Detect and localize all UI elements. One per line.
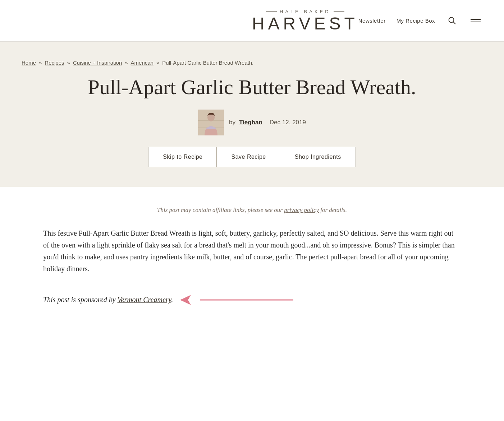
sponsored-suffix: .	[171, 296, 173, 304]
site-logo[interactable]: HALF-BAKED HARVEST	[252, 9, 358, 32]
svg-line-1	[453, 22, 455, 24]
affiliate-notice: This post may contain affiliate links, p…	[43, 207, 461, 214]
avatar-svg	[198, 110, 224, 135]
menu-line-2	[471, 22, 481, 22]
svg-marker-7	[180, 295, 191, 305]
skip-to-recipe-button[interactable]: Skip to Recipe	[148, 147, 217, 167]
logo-line-left	[266, 11, 277, 12]
arrow-decoration	[180, 293, 461, 307]
sponsored-prefix: This post is sponsored by	[43, 296, 116, 304]
logo-top-text: HALF-BAKED	[266, 9, 344, 14]
search-button[interactable]	[446, 14, 458, 27]
newsletter-link[interactable]: Newsletter	[358, 18, 386, 24]
menu-button[interactable]	[469, 17, 482, 24]
content-section: This post may contain affiliate links, p…	[0, 187, 504, 329]
svg-point-0	[449, 18, 454, 23]
breadcrumb-cuisine[interactable]: Cuisine + Inspiration	[73, 60, 122, 66]
breadcrumb-sep1: »	[39, 60, 42, 66]
breadcrumb-american[interactable]: American	[131, 60, 154, 66]
sponsor-link[interactable]: Vermont Creamery	[118, 296, 171, 304]
affiliate-text: This post may contain affiliate links, p…	[157, 207, 283, 213]
hero-section: Home » Recipes » Cuisine + Inspiration »…	[0, 42, 504, 187]
author-row: by Tieghan Dec 12, 2019	[22, 110, 482, 135]
avatar-image	[198, 110, 224, 135]
logo-line-right	[334, 11, 344, 12]
sponsored-line: This post is sponsored by Vermont Creame…	[43, 293, 461, 307]
author-meta: by Tieghan Dec 12, 2019	[229, 119, 306, 126]
recipe-box-link[interactable]: My Recipe Box	[397, 18, 435, 24]
site-header: HALF-BAKED HARVEST Newsletter My Recipe …	[0, 0, 504, 41]
logo-main-text: HARVEST	[252, 15, 358, 32]
page-title: Pull-Apart Garlic Butter Bread Wreath.	[22, 76, 482, 99]
header-nav: Newsletter My Recipe Box	[358, 14, 482, 27]
breadcrumb-sep4: »	[156, 60, 159, 66]
privacy-policy-link[interactable]: privacy policy	[284, 207, 319, 213]
shop-ingredients-button[interactable]: Shop Ingredients	[280, 147, 356, 167]
breadcrumb-recipes[interactable]: Recipes	[45, 60, 64, 66]
author-avatar	[198, 110, 224, 135]
breadcrumb-home[interactable]: Home	[22, 60, 36, 66]
breadcrumb-sep2: »	[67, 60, 70, 66]
menu-line-1	[471, 19, 481, 20]
arrow-svg	[180, 293, 295, 307]
article-body: This festive Pull-Apart Garlic Butter Br…	[43, 227, 461, 275]
breadcrumb-current: Pull-Apart Garlic Butter Bread Wreath.	[162, 60, 253, 66]
breadcrumb-sep3: »	[125, 60, 128, 66]
breadcrumb: Home » Recipes » Cuisine + Inspiration »…	[22, 60, 482, 66]
search-icon	[448, 16, 456, 25]
publish-date: Dec 12, 2019	[270, 119, 306, 126]
action-buttons: Skip to Recipe Save Recipe Shop Ingredie…	[22, 147, 482, 167]
author-name-link[interactable]: Tieghan	[239, 119, 262, 126]
save-recipe-button[interactable]: Save Recipe	[216, 147, 280, 167]
author-by: by	[229, 119, 235, 126]
